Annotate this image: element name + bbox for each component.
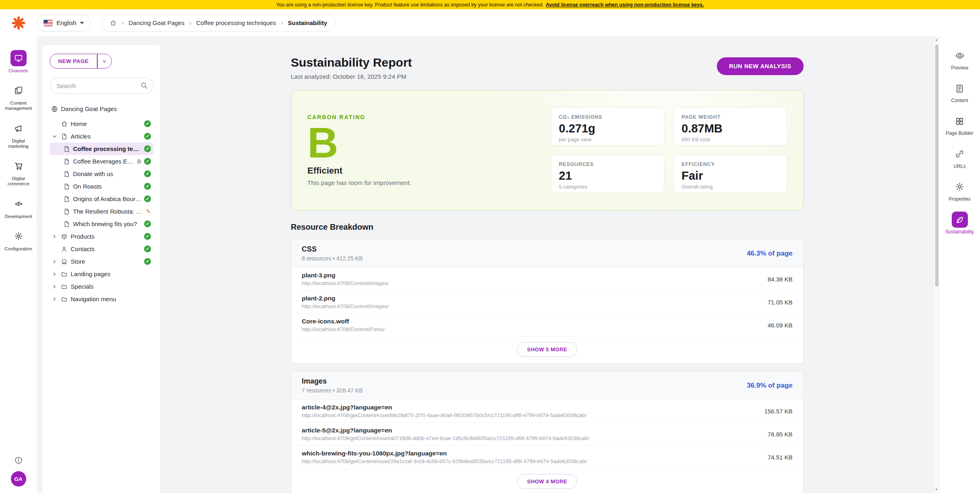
chevron-right-icon[interactable] [50, 296, 59, 302]
info-icon[interactable] [14, 456, 23, 465]
view-tab-urls[interactable]: URLs [952, 146, 968, 169]
resource-row: which-brewing-fits-you-1080px.jpg?langua… [291, 446, 803, 469]
resource-breakdown-title: Resource Breakdown [291, 222, 804, 232]
vertical-scrollbar[interactable]: ▲ ▼ [934, 36, 939, 493]
view-tab-label: Preview [949, 65, 970, 71]
tree-root-site[interactable]: Dancing Goat Pages [50, 103, 153, 115]
home-icon[interactable] [110, 19, 117, 26]
rail-item-content-management[interactable]: Content management [0, 82, 37, 111]
contacts-icon [59, 246, 69, 252]
tree-item-on-roasts[interactable]: On Roasts ✓ [50, 180, 153, 193]
stat-value: Fair [682, 169, 779, 183]
tree-item-donate-with-us[interactable]: Donate with us ✓ [50, 168, 153, 180]
chevron-right-icon[interactable] [50, 284, 59, 290]
rail-item-digital-marketing[interactable]: Digital marketing [0, 120, 37, 149]
rail-item-digital-commerce[interactable]: Digital commerce [0, 158, 37, 187]
cart-icon [10, 158, 27, 174]
show-more-button[interactable]: SHOW 4 MORE [517, 474, 577, 489]
stat-resources: RESOURCES 21 5 categories [551, 155, 664, 193]
page-icon [62, 183, 71, 190]
scrollbar-thumb[interactable] [935, 44, 938, 287]
published-check-badge: ✓ [144, 195, 151, 202]
chevron-right-icon[interactable] [50, 259, 59, 264]
tree-item-products[interactable]: Products ✓ [50, 230, 153, 243]
resource-size: 78.85 KB [768, 431, 793, 438]
run-new-analysis-button[interactable]: RUN NEW ANALYSIS [717, 57, 803, 75]
language-selector[interactable]: English [37, 15, 91, 31]
tree-item-coffee-processing[interactable]: Coffee processing techni... ✓ [50, 143, 153, 155]
license-banner: You are using a non-production license k… [0, 0, 980, 9]
scroll-up-arrow[interactable]: ▲ [935, 38, 938, 42]
view-tab-label: Sustainability [944, 229, 976, 235]
view-tab-preview[interactable]: Preview [949, 48, 970, 71]
sustainability-report: Sustainability Report Last analyzed: Oct… [291, 36, 804, 493]
tree-item-home[interactable]: Home ✓ [50, 117, 153, 130]
breadcrumb-item-site[interactable]: Dancing Goat Pages [129, 19, 184, 26]
tree-item-label: Specials [71, 283, 151, 290]
tree-item-resilient-robusta[interactable]: The Resilient Robusta: A C... ✎ [50, 205, 153, 218]
stat-value: 21 [559, 169, 656, 183]
content-management-icon [10, 82, 27, 99]
resource-url: http://localhost:4708/Content/Images/ [302, 280, 389, 286]
resource-size: 84.38 KB [768, 276, 793, 283]
tree-item-origins-arabica[interactable]: Origins of Arabica Bourbo... ✓ [50, 193, 153, 205]
tree-item-landing-pages[interactable]: Landing pages [50, 268, 153, 280]
rail-item-label: Development [3, 214, 34, 219]
view-tab-label: Properties [947, 197, 972, 202]
stat-label: RESOURCES [559, 162, 656, 167]
view-tab-label: Content [949, 98, 970, 103]
page-icon [62, 196, 71, 202]
tree-item-label: Coffee Beverages Exp... [73, 158, 134, 165]
view-tab-page-builder[interactable]: Page Builder [944, 113, 975, 136]
tree-item-contacts[interactable]: Contacts ✓ [50, 243, 153, 255]
view-tab-content[interactable]: Content [949, 80, 970, 103]
rail-item-channels[interactable]: Channels [0, 50, 37, 73]
us-flag-icon [44, 20, 53, 26]
search-input[interactable] [50, 78, 153, 94]
license-banner-text: You are using a non-production license k… [276, 2, 544, 8]
tree-root-label: Dancing Goat Pages [61, 105, 151, 112]
tree-item-specials[interactable]: Specials [50, 280, 153, 293]
tree-item-articles[interactable]: Articles ✓ [50, 130, 153, 143]
rail-item-label: Digital commerce [0, 176, 37, 187]
chevron-down-icon[interactable] [50, 134, 59, 139]
chevron-right-icon[interactable] [50, 271, 59, 277]
tree-item-which-brewing[interactable]: Which brewing fits you? ✓ [50, 218, 153, 230]
tree-item-coffee-beverages[interactable]: Coffee Beverages Exp... ✓ [50, 155, 153, 168]
resource-card-images: Images 7 resources • 328.47 KB 36.9% of … [291, 371, 804, 493]
resource-name: plant-3.png [302, 272, 389, 279]
chevron-right-icon[interactable] [50, 234, 59, 239]
code-icon: </> [10, 196, 27, 212]
stat-caption: Overall rating [682, 184, 779, 190]
resource-name: article-5@2x.jpg?language=en [302, 427, 589, 434]
published-check-badge: ✓ [144, 183, 151, 190]
view-tab-properties[interactable]: Properties [947, 179, 972, 202]
license-banner-link[interactable]: Avoid license overreach when using non-p… [546, 2, 704, 8]
show-more-button[interactable]: SHOW 5 MORE [517, 342, 577, 357]
avatar[interactable]: GA [11, 471, 26, 487]
tree-item-navigation-menu[interactable]: Navigation menu [50, 293, 153, 305]
tree-item-label: Donate with us [73, 170, 142, 177]
tree-item-store[interactable]: Store ✓ [50, 255, 153, 268]
scroll-down-arrow[interactable]: ▼ [935, 488, 938, 491]
rail-item-configuration[interactable]: Configuration [0, 228, 37, 252]
carbon-rating-description: This page has room for improvement. [308, 179, 412, 187]
tree-item-label: Which brewing fits you? [73, 220, 142, 227]
published-check-badge: ✓ [144, 120, 151, 127]
view-tab-sustainability[interactable]: Sustainability [944, 212, 976, 235]
stat-value: 0.271g [559, 122, 656, 135]
resource-url: http://localhost:4708/getContentAsset/a0… [302, 435, 589, 441]
page-icon [62, 208, 71, 215]
breadcrumb-item-page[interactable]: Coffee processing techniques [196, 19, 276, 26]
carbon-rating-title: Efficient [308, 166, 412, 176]
stat-value: 0.87MB [682, 122, 779, 135]
rail-item-development[interactable]: </> Development [0, 196, 37, 219]
view-tab-label: URLs [952, 164, 967, 169]
new-page-button[interactable]: NEW PAGE [50, 54, 97, 69]
app-logo[interactable] [0, 16, 37, 30]
page-icon [62, 221, 71, 227]
new-page-dropdown-button[interactable] [97, 54, 112, 69]
resource-row: plant-2.png http://localhost:4708/Conten… [291, 291, 803, 314]
stat-co2-emissions: CO₂ EMISSIONS 0.271g per page view [551, 107, 664, 146]
folder-icon [59, 283, 69, 290]
